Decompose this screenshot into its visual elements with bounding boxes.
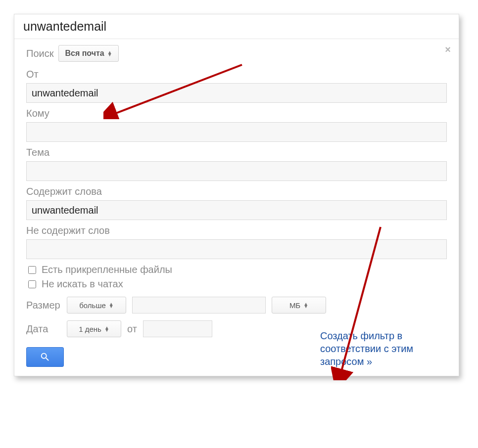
date-from-input[interactable] bbox=[143, 320, 212, 337]
has-words-label: Содержит слова bbox=[26, 186, 447, 197]
date-range-dropdown[interactable]: 1 день ▲▼ bbox=[67, 320, 121, 337]
exclude-chats-checkbox-label: Не искать в чатах bbox=[42, 278, 123, 290]
sort-icon: ▲▼ bbox=[109, 303, 114, 308]
to-label: Кому bbox=[26, 108, 447, 119]
attachments-checkbox[interactable] bbox=[28, 266, 36, 274]
size-unit-value: МБ bbox=[289, 301, 300, 310]
has-words-input[interactable] bbox=[26, 200, 447, 220]
from-field-block: От bbox=[26, 69, 447, 103]
size-comparator-value: больше bbox=[79, 301, 106, 310]
subject-label: Тема bbox=[26, 147, 447, 158]
close-icon[interactable]: × bbox=[445, 44, 451, 55]
subject-field-block: Тема bbox=[26, 147, 447, 181]
attachments-checkbox-label: Есть прикрепленные файлы bbox=[42, 264, 172, 275]
search-filter-panel: unwantedemail × Поиск Вся почта ▲▼ От Ко… bbox=[14, 14, 459, 376]
search-scope-value: Вся почта bbox=[65, 49, 104, 58]
date-range-value: 1 день bbox=[79, 325, 101, 333]
from-input[interactable] bbox=[26, 83, 447, 103]
subject-input[interactable] bbox=[26, 161, 447, 181]
attachments-checkbox-row: Есть прикрепленные файлы bbox=[26, 264, 447, 275]
not-has-words-label: Не содержит слов bbox=[26, 225, 447, 236]
create-filter-link[interactable]: Создать фильтр в соответствии с этим зап… bbox=[320, 329, 444, 368]
size-row: Размер больше ▲▼ МБ ▲▼ bbox=[26, 297, 447, 314]
search-scope-label: Поиск bbox=[26, 48, 53, 59]
date-from-label: от bbox=[127, 323, 137, 335]
search-scope-dropdown[interactable]: Вся почта ▲▼ bbox=[58, 45, 118, 62]
search-scope-row: Поиск Вся почта ▲▼ bbox=[26, 45, 447, 62]
search-icon bbox=[40, 352, 50, 362]
sort-icon: ▲▼ bbox=[104, 326, 109, 331]
exclude-chats-checkbox[interactable] bbox=[28, 280, 36, 288]
size-value-input[interactable] bbox=[132, 297, 266, 314]
panel-body: × Поиск Вся почта ▲▼ От Кому Тема Содерж… bbox=[14, 39, 459, 376]
size-unit-dropdown[interactable]: МБ ▲▼ bbox=[272, 297, 326, 314]
from-label: От bbox=[26, 69, 447, 80]
has-words-field-block: Содержит слова bbox=[26, 186, 447, 220]
to-field-block: Кому bbox=[26, 108, 447, 142]
date-label: Дата bbox=[26, 323, 61, 335]
top-search-value: unwantedemail bbox=[14, 14, 459, 39]
size-comparator-dropdown[interactable]: больше ▲▼ bbox=[67, 297, 126, 314]
not-has-words-input[interactable] bbox=[26, 239, 447, 259]
search-button[interactable] bbox=[26, 347, 64, 367]
size-label: Размер bbox=[26, 300, 61, 311]
exclude-chats-checkbox-row: Не искать в чатах bbox=[26, 278, 447, 290]
not-has-words-field-block: Не содержит слов bbox=[26, 225, 447, 259]
sort-icon: ▲▼ bbox=[303, 303, 308, 308]
to-input[interactable] bbox=[26, 122, 447, 142]
sort-icon: ▲▼ bbox=[107, 51, 112, 56]
